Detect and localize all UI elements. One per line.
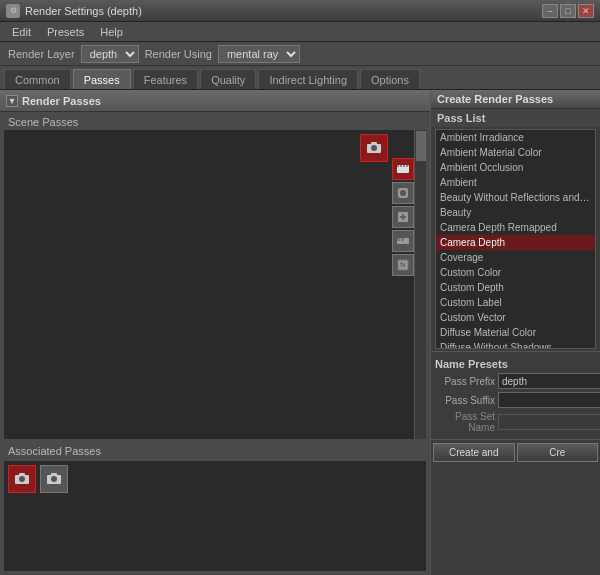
pass-item-10[interactable]: Custom Depth [436,280,595,295]
app-icon: ⚙ [6,4,20,18]
render-layer-row: Render Layer depth Render Using mental r… [0,42,600,66]
pass-prefix-input[interactable] [498,373,600,389]
main-area: ▼ Render Passes Scene Passes [0,90,600,575]
svg-rect-7 [406,165,408,167]
maximize-button[interactable]: □ [560,4,576,18]
name-presets-section: Name Presets Pass Prefix Pass Suffix Cre… [431,351,600,439]
pass-option-button-2[interactable] [392,206,414,228]
menu-help[interactable]: Help [92,24,131,40]
bottom-buttons: Create and Cre [431,439,600,465]
section-toggle[interactable]: ▼ [6,95,18,107]
close-button[interactable]: ✕ [578,4,594,18]
camera-depth-pass-icon[interactable] [360,134,388,162]
tab-indirect-lighting[interactable]: Indirect Lighting [258,69,358,89]
pass-item-8[interactable]: Coverage [436,250,595,265]
pass-option-button-3[interactable] [392,230,414,252]
svg-point-9 [400,190,406,196]
tab-options[interactable]: Options [360,69,420,89]
render-passes-header: ▼ Render Passes [0,90,430,112]
title-bar: ⚙ Render Settings (depth) – □ ✕ [0,0,600,22]
svg-rect-14 [397,238,400,241]
scrollbar-thumb[interactable] [416,131,426,161]
pass-icon-2 [396,210,410,224]
associated-passes-label: Associated Passes [0,441,430,459]
menu-presets[interactable]: Presets [39,24,92,40]
pass-icon-4: fx [396,258,410,272]
tab-quality[interactable]: Quality [200,69,256,89]
scene-passes-label: Scene Passes [0,112,430,130]
tab-features[interactable]: Features [133,69,198,89]
tabs-bar: Common Passes Features Quality Indirect … [0,66,600,90]
left-panel: ▼ Render Passes Scene Passes [0,90,430,575]
pass-option-button-4[interactable]: fx [392,254,414,276]
svg-text:fx: fx [400,261,406,268]
pass-item-6[interactable]: Camera Depth Remapped [436,220,595,235]
tab-passes[interactable]: Passes [73,69,131,89]
pass-item-2[interactable]: Ambient Occlusion [436,160,595,175]
window-title: Render Settings (depth) [25,5,542,17]
pass-item-14[interactable]: Diffuse Without Shadows [436,340,595,349]
pass-item-7[interactable]: Camera Depth [436,235,595,250]
svg-point-22 [51,476,57,482]
pass-suffix-row: Pass Suffix Create Pass [435,391,596,409]
scene-passes-scrollbar[interactable] [414,130,426,439]
pass-item-9[interactable]: Custom Color [436,265,595,280]
svg-rect-6 [403,165,405,167]
minimize-button[interactable]: – [542,4,558,18]
camera-icon-small-2 [45,470,63,488]
pass-icon-3 [396,234,410,248]
associated-passes-area [4,461,426,571]
camera-icon [365,139,383,157]
pass-icon-1 [396,186,410,200]
pass-suffix-label: Pass Suffix [435,395,495,406]
pass-item-3[interactable]: Ambient [436,175,595,190]
svg-rect-15 [401,238,404,241]
pass-list-label: Pass List [431,109,600,127]
render-using-dropdown[interactable]: mental ray [218,45,300,63]
create-and-button[interactable]: Create and [433,443,515,462]
add-pass-button[interactable] [392,158,414,180]
pass-set-name-input[interactable] [498,414,600,430]
window-controls: – □ ✕ [542,4,594,18]
pass-list: Ambient Irradiance Ambient Material Colo… [435,129,596,349]
pass-set-name-label: Pass Set Name [435,411,495,433]
pass-option-button-1[interactable] [392,182,414,204]
svg-rect-20 [19,473,25,476]
name-presets-label: Name Presets [435,356,596,373]
camera-icon-small [13,470,31,488]
pass-item-11[interactable]: Custom Label [436,295,595,310]
menu-edit[interactable]: Edit [4,24,39,40]
pass-item-12[interactable]: Custom Vector [436,310,595,325]
pass-set-name-row: Pass Set Name [435,411,596,433]
svg-rect-2 [371,142,377,145]
cre-button[interactable]: Cre [517,443,599,462]
svg-rect-4 [397,165,399,167]
pass-prefix-row: Pass Prefix [435,373,596,389]
render-using-label: Render Using [145,48,212,60]
assoc-pass-icon-1[interactable] [8,465,36,493]
pass-item-13[interactable]: Diffuse Material Color [436,325,595,340]
svg-rect-23 [51,473,57,476]
svg-rect-5 [400,165,402,167]
scene-passes-area [4,130,414,439]
menu-bar: Edit Presets Help [0,22,600,42]
assoc-icons [4,461,426,497]
render-layer-dropdown[interactable]: depth [81,45,139,63]
pass-item-0[interactable]: Ambient Irradiance [436,130,595,145]
render-layer-label: Render Layer [8,48,75,60]
pass-action-buttons: fx [392,158,414,276]
dialog-title: Create Render Passes [431,90,600,109]
pass-item-5[interactable]: Beauty [436,205,595,220]
svg-point-19 [19,476,25,482]
tab-common[interactable]: Common [4,69,71,89]
create-render-passes-dialog: Create Render Passes Pass List Ambient I… [430,90,600,575]
render-passes-title: Render Passes [22,95,101,107]
pass-suffix-input[interactable] [498,392,600,408]
assoc-pass-icon-2[interactable] [40,465,68,493]
pass-item-1[interactable]: Ambient Material Color [436,145,595,160]
svg-point-1 [371,145,377,151]
pass-prefix-label: Pass Prefix [435,376,495,387]
pass-item-4[interactable]: Beauty Without Reflections and Refractio… [436,190,595,205]
film-icon [396,162,410,176]
